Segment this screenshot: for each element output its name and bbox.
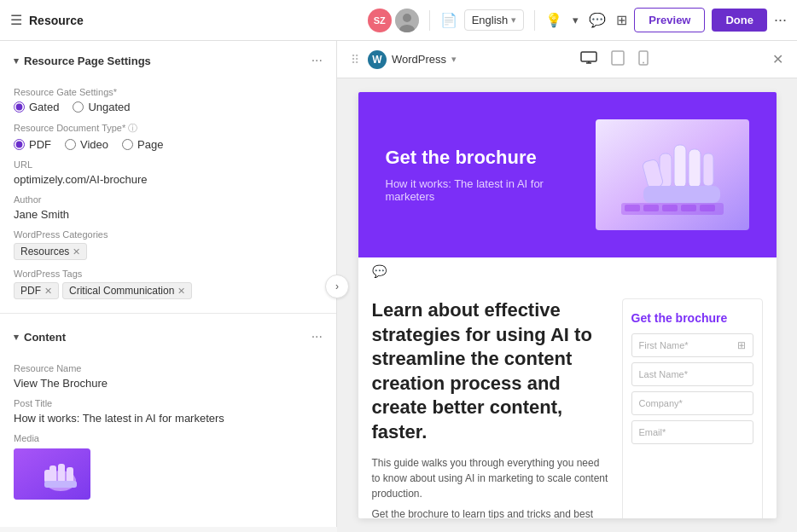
svg-rect-28 — [700, 205, 715, 211]
language-dropdown-icon: ▾ — [511, 14, 516, 26]
section-title-resource: ▾ Resource Page Settings — [14, 55, 151, 67]
content-section: ▾ Content ··· Resource Name View The Bro… — [0, 317, 336, 510]
company-placeholder: Company* — [639, 398, 683, 408]
svg-rect-20 — [703, 153, 713, 186]
language-selector[interactable]: English ▾ — [464, 9, 525, 31]
page-radio[interactable]: Page — [122, 138, 163, 151]
section-more-icon[interactable]: ··· — [311, 53, 323, 68]
sidebar-collapse-button[interactable]: › — [325, 275, 349, 298]
content-title-label: Content — [24, 331, 66, 344]
user-photo-icon — [395, 9, 419, 32]
content-collapse-icon[interactable]: ▾ — [14, 332, 19, 343]
form-panel: Get the brochure First Name* ⊞ Last Name… — [622, 298, 763, 518]
ungated-radio[interactable]: Ungated — [73, 101, 130, 113]
tag-critical-remove-icon[interactable]: ✕ — [177, 286, 185, 297]
svg-rect-7 — [67, 467, 73, 483]
page-content-area: Learn about effective strategies for usi… — [358, 285, 777, 518]
pdf-label: PDF — [29, 138, 51, 151]
lastname-placeholder: Last Name* — [639, 369, 688, 379]
post-title-label: Post Title — [14, 398, 323, 408]
url-value: optimizely.com/AI-brochure — [14, 173, 323, 186]
section-body-content: Resource Name View The Brochure Post Tit… — [0, 351, 336, 510]
separator — [429, 10, 430, 31]
post-title-value: How it works: The latest in AI for marke… — [14, 412, 323, 425]
tag-pdf-remove-icon[interactable]: ✕ — [44, 286, 52, 297]
tag-critical-label: Critical Communication — [69, 285, 174, 297]
menu-icon[interactable]: ☰ — [10, 12, 22, 28]
doc-type-radio-group: PDF Video Page — [14, 138, 323, 151]
separator2 — [534, 10, 535, 31]
section-collapse-icon[interactable]: ▾ — [14, 55, 19, 66]
form-field-lastname[interactable]: Last Name* — [631, 362, 753, 386]
author-label: Author — [14, 194, 323, 205]
preview-toolbar-center — [577, 47, 652, 72]
desktop-icon[interactable] — [577, 48, 601, 72]
topbar-left: ☰ Resource — [10, 12, 361, 28]
preview-frame: Get the brochure How it works: The lates… — [358, 92, 777, 518]
page-icon[interactable]: 📄 — [440, 12, 457, 28]
page-label: Page — [137, 138, 163, 151]
firstname-placeholder: First Name* — [639, 340, 689, 350]
chevron-down-icon[interactable]: ▾ — [573, 14, 579, 26]
svg-rect-22 — [643, 186, 720, 203]
preview-content: Get the brochure How it works: The lates… — [337, 78, 797, 532]
doc-type-info-icon[interactable]: ⓘ — [128, 123, 137, 133]
done-button[interactable]: Done — [712, 9, 767, 32]
svg-rect-9 — [44, 481, 77, 488]
gated-radio[interactable]: Gated — [14, 101, 59, 113]
more-icon[interactable]: ··· — [774, 11, 787, 29]
language-label: English — [472, 14, 509, 26]
svg-rect-8 — [44, 470, 51, 483]
url-label: URL — [14, 159, 323, 170]
topbar-icons: 💡 ▾ 💬 ⊞ — [545, 12, 627, 28]
preview-button[interactable]: Preview — [634, 8, 705, 32]
section-divider — [0, 313, 336, 314]
gate-settings-label: Resource Gate Settings* — [14, 87, 323, 97]
preview-area: ⠿ W WordPress ▾ — [337, 41, 797, 532]
category-tag-remove-icon[interactable]: ✕ — [73, 246, 80, 257]
resource-name-value: View The Brochure — [14, 377, 323, 390]
content-more-icon[interactable]: ··· — [311, 329, 323, 344]
svg-rect-26 — [662, 205, 678, 211]
comment-bubble-area: 💬 — [358, 257, 777, 285]
comment-icon[interactable]: 💬 — [589, 12, 606, 28]
platform-label: WordPress — [392, 53, 446, 66]
media-thumbnail — [14, 448, 90, 500]
gate-radio-group: Gated Ungated — [14, 101, 323, 113]
resource-name-label: Resource Name — [14, 363, 323, 373]
close-preview-button[interactable]: ✕ — [772, 51, 783, 67]
preview-toolbar-left: ⠿ W WordPress ▾ — [351, 50, 457, 69]
mobile-icon[interactable] — [635, 47, 652, 72]
email-placeholder: Email* — [639, 427, 666, 437]
bulb-icon[interactable]: 💡 — [545, 12, 562, 28]
tag-pdf: PDF ✕ — [14, 282, 59, 299]
topbar-right: Preview Done ··· — [634, 8, 787, 32]
wp-categories-label: WordPress Categories — [14, 229, 323, 240]
hero-subtitle: How it works: The latest in AI for marke… — [386, 177, 582, 203]
resource-settings-section: ▾ Resource Page Settings ··· Resource Ga… — [0, 41, 336, 309]
tablet-icon[interactable] — [608, 47, 628, 72]
svg-rect-13 — [612, 51, 624, 65]
form-field-email[interactable]: Email* — [631, 420, 753, 444]
svg-rect-24 — [625, 205, 640, 211]
tag-critical: Critical Communication ✕ — [62, 282, 192, 299]
svg-rect-12 — [581, 52, 596, 61]
section-body-resource: Resource Gate Settings* Gated Ungated Re… — [0, 75, 336, 309]
form-title: Get the brochure — [631, 311, 753, 325]
grid-icon[interactable]: ⊞ — [616, 12, 627, 28]
sidebar-wrapper: ▾ Resource Page Settings ··· Resource Ga… — [0, 41, 337, 532]
platform-dropdown-icon: ▾ — [451, 54, 457, 65]
form-field-company[interactable]: Company* — [631, 391, 753, 415]
wp-badge: W WordPress ▾ — [368, 50, 457, 69]
svg-rect-25 — [643, 205, 659, 211]
svg-rect-27 — [681, 205, 696, 211]
svg-rect-18 — [674, 145, 686, 188]
video-radio[interactable]: Video — [65, 138, 108, 151]
tags-container: PDF ✕ Critical Communication ✕ — [14, 282, 323, 299]
form-field-firstname[interactable]: First Name* ⊞ — [631, 333, 753, 357]
desc-text-2: Get the brochure to learn tips and trick… — [372, 506, 608, 518]
page-body: Learn about effective strategies for usi… — [372, 298, 608, 518]
hero-section: Get the brochure How it works: The lates… — [358, 92, 777, 257]
grid-dots-icon: ⠿ — [351, 53, 359, 66]
pdf-radio[interactable]: PDF — [14, 138, 51, 151]
